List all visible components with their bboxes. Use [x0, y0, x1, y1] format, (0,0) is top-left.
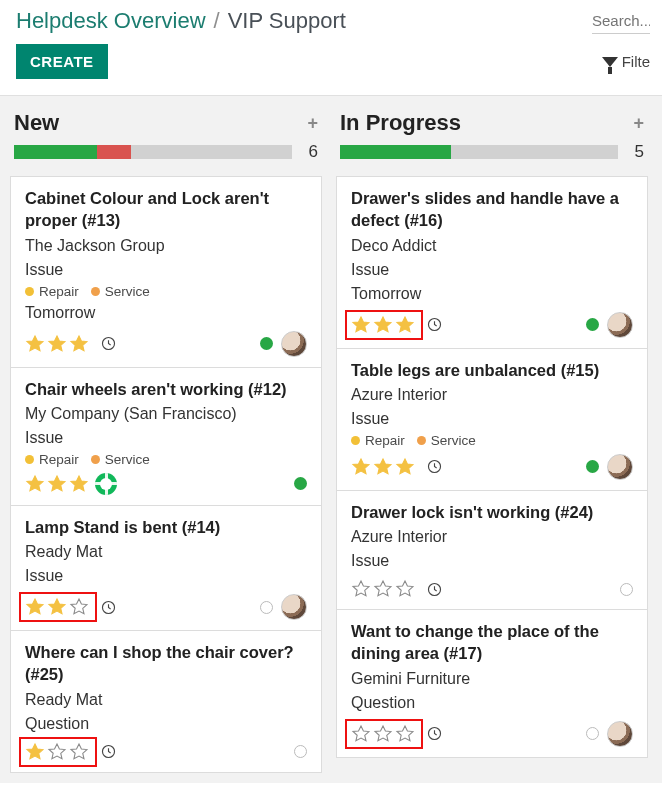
- star-icon[interactable]: [395, 724, 415, 744]
- create-button[interactable]: CREATE: [16, 44, 108, 79]
- tag-dot-icon: [417, 436, 426, 445]
- status-dot-icon[interactable]: [260, 337, 273, 350]
- card-title: Want to change the place of the dining a…: [351, 620, 633, 665]
- tag-dot-icon: [91, 287, 100, 296]
- priority-stars[interactable]: [351, 724, 443, 744]
- breadcrumb-leaf: VIP Support: [228, 8, 346, 34]
- card-customer: Azure Interior: [351, 383, 633, 407]
- tag[interactable]: Repair: [351, 433, 405, 448]
- card-customer: The Jackson Group: [25, 234, 307, 258]
- card-title: Drawer lock isn't working (#24): [351, 501, 633, 523]
- kanban-card[interactable]: Chair wheels aren't working (#12)My Comp…: [11, 367, 321, 505]
- card-customer: My Company (San Francisco): [25, 402, 307, 426]
- filters-button[interactable]: Filte: [602, 53, 650, 70]
- column-progress: [340, 145, 618, 159]
- status-dot-icon[interactable]: [260, 601, 273, 614]
- priority-stars[interactable]: [25, 473, 117, 495]
- star-icon[interactable]: [25, 474, 45, 494]
- status-dot-icon[interactable]: [294, 477, 307, 490]
- kanban-card[interactable]: Drawer lock isn't working (#24)Azure Int…: [337, 490, 647, 609]
- card-customer: Gemini Furniture: [351, 667, 633, 691]
- avatar[interactable]: [607, 312, 633, 338]
- avatar[interactable]: [281, 594, 307, 620]
- tag[interactable]: Service: [417, 433, 476, 448]
- star-icon[interactable]: [373, 579, 393, 599]
- kanban-card[interactable]: Table legs are unbalanced (#15)Azure Int…: [337, 348, 647, 490]
- star-icon[interactable]: [25, 597, 45, 617]
- tag[interactable]: Service: [91, 452, 150, 467]
- star-icon[interactable]: [395, 579, 415, 599]
- filters-label: Filte: [622, 53, 650, 70]
- clock-icon[interactable]: [99, 598, 117, 616]
- status-dot-icon[interactable]: [586, 727, 599, 740]
- breadcrumb-root[interactable]: Helpdesk Overview: [16, 8, 206, 34]
- kanban-card[interactable]: Want to change the place of the dining a…: [337, 609, 647, 757]
- clock-icon[interactable]: [99, 743, 117, 761]
- star-icon[interactable]: [351, 724, 371, 744]
- tag[interactable]: Service: [91, 284, 150, 299]
- kanban-card[interactable]: Where can I shop the chair cover? (#25)R…: [11, 630, 321, 772]
- clock-icon[interactable]: [425, 458, 443, 476]
- card-tags: RepairService: [25, 452, 307, 467]
- star-icon[interactable]: [47, 474, 67, 494]
- card-type: Issue: [25, 426, 307, 450]
- star-icon[interactable]: [25, 742, 45, 762]
- avatar[interactable]: [607, 721, 633, 747]
- status-dot-icon[interactable]: [294, 745, 307, 758]
- star-icon[interactable]: [351, 579, 371, 599]
- card-type: Issue: [351, 258, 633, 282]
- status-dot-icon[interactable]: [586, 460, 599, 473]
- priority-stars[interactable]: [351, 315, 443, 335]
- column-title: New: [14, 110, 59, 136]
- card-customer: Ready Mat: [25, 688, 307, 712]
- clock-icon[interactable]: [425, 580, 443, 598]
- column-count: 6: [302, 142, 318, 162]
- lifering-icon: [95, 473, 117, 495]
- tag-dot-icon: [25, 455, 34, 464]
- priority-stars[interactable]: [25, 597, 117, 617]
- search-input[interactable]: [592, 8, 650, 34]
- kanban-card[interactable]: Cabinet Colour and Lock aren't proper (#…: [11, 177, 321, 367]
- star-icon[interactable]: [395, 315, 415, 335]
- card-type: Issue: [25, 258, 307, 282]
- breadcrumb: Helpdesk Overview / VIP Support: [16, 8, 346, 34]
- tag[interactable]: Repair: [25, 284, 79, 299]
- card-customer: Deco Addict: [351, 234, 633, 258]
- star-icon[interactable]: [47, 334, 67, 354]
- tag-dot-icon: [351, 436, 360, 445]
- star-icon[interactable]: [373, 315, 393, 335]
- star-icon[interactable]: [47, 597, 67, 617]
- star-icon[interactable]: [69, 742, 89, 762]
- avatar[interactable]: [607, 454, 633, 480]
- priority-stars[interactable]: [351, 457, 443, 477]
- column-progress: [14, 145, 292, 159]
- tag[interactable]: Repair: [25, 452, 79, 467]
- clock-icon[interactable]: [425, 725, 443, 743]
- column-title: In Progress: [340, 110, 461, 136]
- avatar[interactable]: [281, 331, 307, 357]
- clock-icon[interactable]: [99, 335, 117, 353]
- star-icon[interactable]: [69, 474, 89, 494]
- star-icon[interactable]: [25, 334, 45, 354]
- star-icon[interactable]: [351, 315, 371, 335]
- kanban-card[interactable]: Drawer's slides and handle have a defect…: [337, 177, 647, 348]
- card-tags: RepairService: [351, 433, 633, 448]
- priority-stars[interactable]: [25, 334, 117, 354]
- star-icon[interactable]: [47, 742, 67, 762]
- star-icon[interactable]: [69, 597, 89, 617]
- star-icon[interactable]: [395, 457, 415, 477]
- card-type: Issue: [351, 407, 633, 431]
- kanban-card[interactable]: Lamp Stand is bent (#14)Ready MatIssue: [11, 505, 321, 630]
- star-icon[interactable]: [351, 457, 371, 477]
- status-dot-icon[interactable]: [586, 318, 599, 331]
- column-add-icon[interactable]: +: [307, 113, 318, 134]
- star-icon[interactable]: [373, 724, 393, 744]
- card-title: Cabinet Colour and Lock aren't proper (#…: [25, 187, 307, 232]
- column-add-icon[interactable]: +: [633, 113, 644, 134]
- star-icon[interactable]: [373, 457, 393, 477]
- status-dot-icon[interactable]: [620, 583, 633, 596]
- star-icon[interactable]: [69, 334, 89, 354]
- priority-stars[interactable]: [351, 579, 443, 599]
- priority-stars[interactable]: [25, 742, 117, 762]
- clock-icon[interactable]: [425, 316, 443, 334]
